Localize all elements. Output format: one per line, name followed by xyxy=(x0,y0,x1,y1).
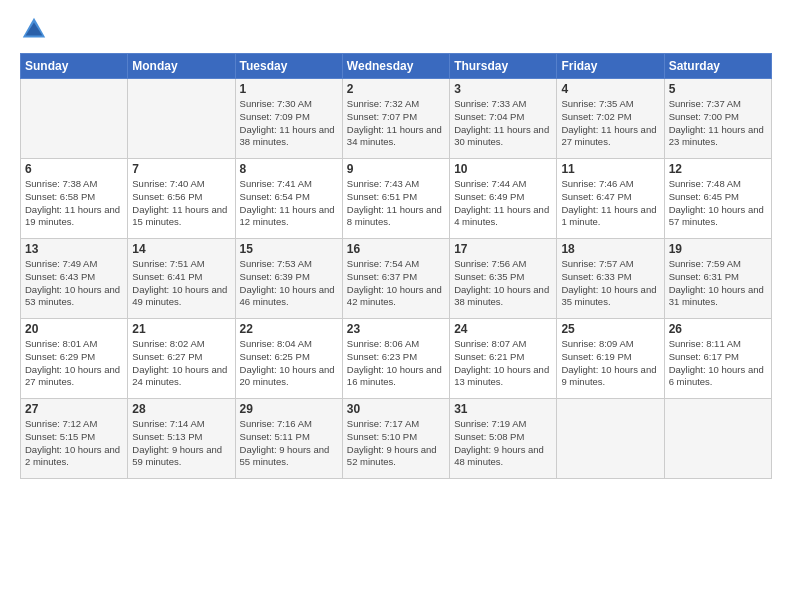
day-cell: 18Sunrise: 7:57 AM Sunset: 6:33 PM Dayli… xyxy=(557,239,664,319)
day-header-tuesday: Tuesday xyxy=(235,54,342,79)
day-cell: 22Sunrise: 8:04 AM Sunset: 6:25 PM Dayli… xyxy=(235,319,342,399)
day-cell: 24Sunrise: 8:07 AM Sunset: 6:21 PM Dayli… xyxy=(450,319,557,399)
day-cell: 7Sunrise: 7:40 AM Sunset: 6:56 PM Daylig… xyxy=(128,159,235,239)
day-info: Sunrise: 7:51 AM Sunset: 6:41 PM Dayligh… xyxy=(132,258,227,307)
week-row-1: 1Sunrise: 7:30 AM Sunset: 7:09 PM Daylig… xyxy=(21,79,772,159)
day-info: Sunrise: 7:16 AM Sunset: 5:11 PM Dayligh… xyxy=(240,418,330,467)
calendar-page: SundayMondayTuesdayWednesdayThursdayFrid… xyxy=(0,0,792,612)
day-number: 18 xyxy=(561,242,659,256)
day-cell: 20Sunrise: 8:01 AM Sunset: 6:29 PM Dayli… xyxy=(21,319,128,399)
day-cell: 25Sunrise: 8:09 AM Sunset: 6:19 PM Dayli… xyxy=(557,319,664,399)
day-cell xyxy=(128,79,235,159)
day-cell: 8Sunrise: 7:41 AM Sunset: 6:54 PM Daylig… xyxy=(235,159,342,239)
day-info: Sunrise: 7:49 AM Sunset: 6:43 PM Dayligh… xyxy=(25,258,120,307)
day-number: 7 xyxy=(132,162,230,176)
day-info: Sunrise: 7:35 AM Sunset: 7:02 PM Dayligh… xyxy=(561,98,656,147)
day-header-friday: Friday xyxy=(557,54,664,79)
day-header-thursday: Thursday xyxy=(450,54,557,79)
day-cell: 14Sunrise: 7:51 AM Sunset: 6:41 PM Dayli… xyxy=(128,239,235,319)
day-cell: 26Sunrise: 8:11 AM Sunset: 6:17 PM Dayli… xyxy=(664,319,771,399)
day-number: 13 xyxy=(25,242,123,256)
day-info: Sunrise: 7:41 AM Sunset: 6:54 PM Dayligh… xyxy=(240,178,335,227)
day-cell xyxy=(664,399,771,479)
day-number: 9 xyxy=(347,162,445,176)
day-cell: 21Sunrise: 8:02 AM Sunset: 6:27 PM Dayli… xyxy=(128,319,235,399)
day-number: 15 xyxy=(240,242,338,256)
day-info: Sunrise: 7:19 AM Sunset: 5:08 PM Dayligh… xyxy=(454,418,544,467)
day-info: Sunrise: 7:48 AM Sunset: 6:45 PM Dayligh… xyxy=(669,178,764,227)
day-number: 10 xyxy=(454,162,552,176)
day-number: 11 xyxy=(561,162,659,176)
day-number: 12 xyxy=(669,162,767,176)
day-number: 2 xyxy=(347,82,445,96)
day-info: Sunrise: 7:57 AM Sunset: 6:33 PM Dayligh… xyxy=(561,258,656,307)
day-number: 23 xyxy=(347,322,445,336)
day-number: 21 xyxy=(132,322,230,336)
day-info: Sunrise: 7:46 AM Sunset: 6:47 PM Dayligh… xyxy=(561,178,656,227)
day-cell: 9Sunrise: 7:43 AM Sunset: 6:51 PM Daylig… xyxy=(342,159,449,239)
day-info: Sunrise: 7:37 AM Sunset: 7:00 PM Dayligh… xyxy=(669,98,764,147)
day-number: 3 xyxy=(454,82,552,96)
day-number: 30 xyxy=(347,402,445,416)
day-info: Sunrise: 8:01 AM Sunset: 6:29 PM Dayligh… xyxy=(25,338,120,387)
day-number: 8 xyxy=(240,162,338,176)
day-info: Sunrise: 7:43 AM Sunset: 6:51 PM Dayligh… xyxy=(347,178,442,227)
day-cell: 28Sunrise: 7:14 AM Sunset: 5:13 PM Dayli… xyxy=(128,399,235,479)
day-cell: 27Sunrise: 7:12 AM Sunset: 5:15 PM Dayli… xyxy=(21,399,128,479)
day-number: 1 xyxy=(240,82,338,96)
day-info: Sunrise: 7:30 AM Sunset: 7:09 PM Dayligh… xyxy=(240,98,335,147)
day-cell: 2Sunrise: 7:32 AM Sunset: 7:07 PM Daylig… xyxy=(342,79,449,159)
day-number: 5 xyxy=(669,82,767,96)
day-cell: 6Sunrise: 7:38 AM Sunset: 6:58 PM Daylig… xyxy=(21,159,128,239)
day-cell: 23Sunrise: 8:06 AM Sunset: 6:23 PM Dayli… xyxy=(342,319,449,399)
day-header-sunday: Sunday xyxy=(21,54,128,79)
day-number: 24 xyxy=(454,322,552,336)
day-cell: 3Sunrise: 7:33 AM Sunset: 7:04 PM Daylig… xyxy=(450,79,557,159)
day-info: Sunrise: 8:07 AM Sunset: 6:21 PM Dayligh… xyxy=(454,338,549,387)
day-header-wednesday: Wednesday xyxy=(342,54,449,79)
day-cell: 11Sunrise: 7:46 AM Sunset: 6:47 PM Dayli… xyxy=(557,159,664,239)
header-row: SundayMondayTuesdayWednesdayThursdayFrid… xyxy=(21,54,772,79)
day-cell xyxy=(557,399,664,479)
week-row-5: 27Sunrise: 7:12 AM Sunset: 5:15 PM Dayli… xyxy=(21,399,772,479)
day-cell: 16Sunrise: 7:54 AM Sunset: 6:37 PM Dayli… xyxy=(342,239,449,319)
day-info: Sunrise: 7:12 AM Sunset: 5:15 PM Dayligh… xyxy=(25,418,120,467)
day-cell: 29Sunrise: 7:16 AM Sunset: 5:11 PM Dayli… xyxy=(235,399,342,479)
day-cell: 30Sunrise: 7:17 AM Sunset: 5:10 PM Dayli… xyxy=(342,399,449,479)
day-cell: 10Sunrise: 7:44 AM Sunset: 6:49 PM Dayli… xyxy=(450,159,557,239)
day-cell: 1Sunrise: 7:30 AM Sunset: 7:09 PM Daylig… xyxy=(235,79,342,159)
day-info: Sunrise: 8:06 AM Sunset: 6:23 PM Dayligh… xyxy=(347,338,442,387)
day-cell: 17Sunrise: 7:56 AM Sunset: 6:35 PM Dayli… xyxy=(450,239,557,319)
day-info: Sunrise: 7:14 AM Sunset: 5:13 PM Dayligh… xyxy=(132,418,222,467)
day-cell: 12Sunrise: 7:48 AM Sunset: 6:45 PM Dayli… xyxy=(664,159,771,239)
day-info: Sunrise: 7:56 AM Sunset: 6:35 PM Dayligh… xyxy=(454,258,549,307)
day-number: 28 xyxy=(132,402,230,416)
day-number: 17 xyxy=(454,242,552,256)
day-number: 25 xyxy=(561,322,659,336)
day-cell xyxy=(21,79,128,159)
day-number: 4 xyxy=(561,82,659,96)
logo-icon xyxy=(20,15,48,43)
day-number: 22 xyxy=(240,322,338,336)
day-number: 29 xyxy=(240,402,338,416)
week-row-2: 6Sunrise: 7:38 AM Sunset: 6:58 PM Daylig… xyxy=(21,159,772,239)
day-number: 16 xyxy=(347,242,445,256)
day-cell: 15Sunrise: 7:53 AM Sunset: 6:39 PM Dayli… xyxy=(235,239,342,319)
day-info: Sunrise: 7:38 AM Sunset: 6:58 PM Dayligh… xyxy=(25,178,120,227)
day-number: 20 xyxy=(25,322,123,336)
week-row-3: 13Sunrise: 7:49 AM Sunset: 6:43 PM Dayli… xyxy=(21,239,772,319)
day-info: Sunrise: 7:53 AM Sunset: 6:39 PM Dayligh… xyxy=(240,258,335,307)
day-cell: 19Sunrise: 7:59 AM Sunset: 6:31 PM Dayli… xyxy=(664,239,771,319)
day-info: Sunrise: 8:02 AM Sunset: 6:27 PM Dayligh… xyxy=(132,338,227,387)
day-info: Sunrise: 7:54 AM Sunset: 6:37 PM Dayligh… xyxy=(347,258,442,307)
logo xyxy=(20,15,52,43)
day-cell: 31Sunrise: 7:19 AM Sunset: 5:08 PM Dayli… xyxy=(450,399,557,479)
day-number: 19 xyxy=(669,242,767,256)
day-number: 14 xyxy=(132,242,230,256)
day-number: 26 xyxy=(669,322,767,336)
day-number: 27 xyxy=(25,402,123,416)
day-info: Sunrise: 7:32 AM Sunset: 7:07 PM Dayligh… xyxy=(347,98,442,147)
day-number: 31 xyxy=(454,402,552,416)
day-header-monday: Monday xyxy=(128,54,235,79)
day-header-saturday: Saturday xyxy=(664,54,771,79)
